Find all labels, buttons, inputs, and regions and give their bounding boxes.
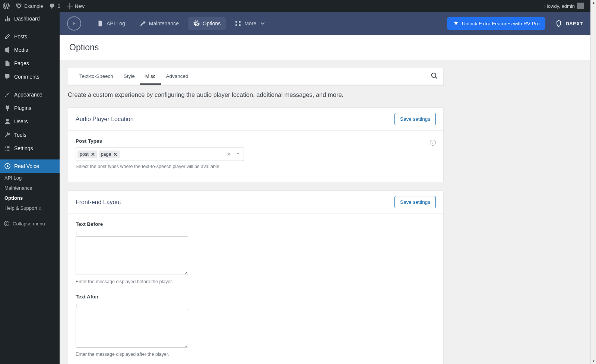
post-types-select[interactable]: post✕ page✕ ✕ [76,148,244,161]
section-front-end-layout: Front-end Layout Save settings Text Befo… [68,190,444,364]
menu-media[interactable]: Media [0,43,60,57]
plugnav-api-log[interactable]: API Log [92,17,130,30]
site-name-text: Example [24,3,43,9]
external-icon: ⧉ [39,206,41,211]
svg-rect-3 [239,21,241,23]
divider [233,150,233,158]
text-after-textarea[interactable] [76,309,188,348]
tab-description: Create a custom experience by configurin… [68,85,582,105]
menu-dashboard[interactable]: Dashboard [0,12,60,25]
menu-posts[interactable]: Posts [0,30,60,43]
menu-users[interactable]: Users [0,115,60,128]
submenu-real-voice: API Log Maintenance Options Help & Suppo… [0,173,60,213]
tabs-row: Text-to-Speech Style Misc Advanced [68,68,443,85]
svg-rect-5 [239,24,241,26]
page-title: Options [69,42,581,53]
submenu-options[interactable]: Options [4,193,60,203]
tab-style[interactable]: Style [118,68,140,85]
text-before-textarea[interactable] [76,236,188,275]
admin-menu: Dashboard Posts Media Pages Comments App… [0,12,60,364]
tag-page: page✕ [99,151,120,158]
menu-plugins[interactable]: Plugins [0,101,60,115]
clear-all-icon[interactable]: ✕ [227,152,231,157]
tab-advanced[interactable]: Advanced [161,68,194,85]
site-name[interactable]: Example [13,0,46,12]
new-label: New [75,3,85,9]
svg-point-6 [432,73,436,77]
menu-settings[interactable]: Settings [0,142,60,155]
submenu-help-support[interactable]: Help & Support ⧉ [4,203,60,213]
plugnav-options[interactable]: Options [188,17,226,30]
menu-pages[interactable]: Pages [0,57,60,70]
tab-misc[interactable]: Misc [140,68,161,85]
content-area: API Log Maintenance Options More Unlock … [60,12,590,364]
field-hint: Enter the message displayed after the pl… [76,352,436,357]
info-icon[interactable]: i [430,140,436,146]
remove-tag-icon[interactable]: ✕ [113,152,117,157]
save-settings-button[interactable]: Save settings [394,196,436,208]
svg-point-1 [4,221,9,226]
plugin-header-bar: API Log Maintenance Options More Unlock … [60,12,590,35]
remove-tag-icon[interactable]: ✕ [91,152,95,157]
avatar [577,3,584,9]
field-hint: Select the post types where the text-to-… [76,164,436,169]
unlock-pro-button[interactable]: Unlock Extra Features with RV Pro [447,17,545,30]
save-settings-button[interactable]: Save settings [394,113,436,125]
brand-daext[interactable]: DAEXT [555,20,583,27]
new-content[interactable]: New [63,0,88,12]
field-hint: Enter the message displayed before the p… [76,279,436,284]
howdy-account[interactable]: Howdy, admin [542,0,587,12]
info-icon[interactable]: i [76,303,436,309]
comments-link[interactable]: 0 [46,0,63,12]
menu-comments[interactable]: Comments [0,70,60,83]
howdy-text: Howdy, admin [545,3,575,9]
comments-count: 0 [58,3,60,9]
plugnav-maintenance[interactable]: Maintenance [134,17,184,30]
plugnav-more[interactable]: More [229,17,271,30]
field-label-text-before: Text Before [76,221,436,227]
svg-rect-4 [236,24,238,26]
section-audio-player-location: Audio Player Location Save settings Post… [68,107,444,182]
menu-appearance[interactable]: Appearance [0,88,60,101]
main-area: Text-to-Speech Style Misc Advanced Creat… [60,60,590,364]
field-label-post-types: Post Types [76,138,436,144]
menu-tools[interactable]: Tools [0,128,60,142]
vertical-scrollbar[interactable]: ▲ ▼ [590,0,596,364]
tabs-card: Text-to-Speech Style Misc Advanced [68,68,444,85]
submenu-maintenance[interactable]: Maintenance [4,183,60,193]
wp-admin-bar: Example 0 New Howdy, admin [0,0,590,12]
scroll-up-icon[interactable]: ▲ [591,0,596,6]
svg-rect-2 [236,21,238,23]
field-label-text-after: Text After [76,294,436,300]
scroll-down-icon[interactable]: ▼ [591,358,596,364]
tag-post: post✕ [77,151,97,158]
collapse-menu[interactable]: Collapse menu [0,218,60,230]
search-icon[interactable] [431,72,438,81]
submenu-api-log[interactable]: API Log [4,173,60,183]
chevron-down-icon [259,20,266,27]
section-title: Audio Player Location [76,116,134,123]
page-heading: Options [60,35,590,60]
wp-logo[interactable] [0,0,13,12]
menu-real-voice[interactable]: Real Voice [0,159,60,173]
plugin-logo [67,16,81,31]
chevron-down-icon[interactable] [235,151,241,158]
info-icon[interactable]: i [76,231,436,236]
tab-text-to-speech[interactable]: Text-to-Speech [74,68,118,85]
section-title: Front-end Layout [76,199,121,206]
